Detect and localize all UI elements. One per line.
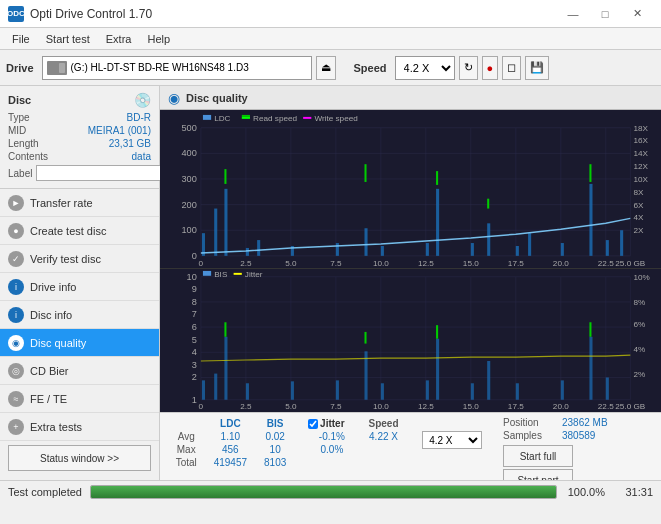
drive-selector[interactable]: (G:) HL-DT-ST BD-RE WH16NS48 1.D3 [42,56,312,80]
nav-disc-quality-label: Disc quality [30,337,86,349]
contents-value: data [132,151,151,162]
svg-rect-70 [224,169,226,184]
disc-info-icon: i [8,307,24,323]
toolbar: Drive (G:) HL-DT-ST BD-RE WH16NS48 1.D3 … [0,50,661,86]
nav-drive-info[interactable]: i Drive info [0,273,159,301]
nav-create-test-disc[interactable]: ● Create test disc [0,217,159,245]
svg-rect-46 [242,115,250,117]
svg-rect-141 [436,325,438,339]
position-label: Position [503,417,558,428]
maximize-button[interactable]: □ [589,4,621,24]
menu-start-test[interactable]: Start test [38,31,98,47]
svg-rect-61 [436,189,439,256]
svg-rect-54 [246,248,249,256]
nav-transfer-rate[interactable]: ► Transfer rate [0,189,159,217]
disc-button[interactable]: ● [482,56,499,80]
speed-dropdown[interactable]: 4.2 X [422,431,482,449]
avg-jitter: -0.1% [304,430,360,443]
nav-fe-te[interactable]: ≈ FE / TE [0,385,159,413]
menu-extra[interactable]: Extra [98,31,140,47]
erase-button[interactable]: ◻ [502,56,521,80]
svg-rect-131 [426,380,429,399]
svg-text:3: 3 [192,360,197,370]
progress-text: 100.0% [565,486,605,498]
svg-text:8%: 8% [633,298,645,307]
bis-header: BIS [256,417,294,430]
speed-header: Speed [360,417,408,430]
svg-rect-124 [214,373,217,399]
svg-rect-72 [436,171,438,185]
nav-verify-test-disc-label: Verify test disc [30,253,101,265]
label-input[interactable] [36,165,169,181]
menu-file[interactable]: File [4,31,38,47]
disc-quality-icon: ◉ [8,335,24,351]
refresh-button[interactable]: ↻ [459,56,478,80]
svg-text:200: 200 [181,200,196,210]
speed-value: 4.22 X [360,430,408,443]
svg-rect-65 [528,233,531,256]
nav-fe-te-label: FE / TE [30,393,67,405]
svg-text:2.5: 2.5 [240,402,252,411]
svg-text:0: 0 [199,402,204,411]
svg-text:2.5: 2.5 [240,259,252,268]
max-label: Max [168,443,204,456]
svg-text:17.5: 17.5 [508,402,524,411]
svg-rect-132 [436,338,439,399]
svg-text:5.0: 5.0 [285,402,297,411]
svg-rect-62 [471,243,474,256]
svg-rect-67 [589,184,592,256]
nav-items: ► Transfer rate ● Create test disc ✓ Ver… [0,189,159,441]
status-window-button[interactable]: Status window >> [8,445,151,471]
menu-help[interactable]: Help [139,31,178,47]
progress-bar-fill [91,486,556,498]
title-bar: ODC Opti Drive Control 1.70 — □ ✕ [0,0,661,28]
app-title: Opti Drive Control 1.70 [30,7,152,21]
max-ldc: 456 [204,443,256,456]
close-button[interactable]: ✕ [621,4,653,24]
svg-rect-64 [516,246,519,256]
fe-te-icon: ≈ [8,391,24,407]
jitter-checkbox[interactable] [308,419,318,429]
svg-rect-119 [203,271,211,276]
minimize-button[interactable]: — [557,4,589,24]
nav-disc-quality[interactable]: ◉ Disc quality [0,329,159,357]
svg-rect-63 [487,223,490,256]
quality-header-title: Disc quality [186,92,248,104]
svg-rect-128 [336,380,339,399]
svg-text:Jitter: Jitter [245,270,263,279]
avg-bis: 0.02 [256,430,294,443]
nav-cd-bier-label: CD Bier [30,365,69,377]
samples-label: Samples [503,430,558,441]
app-icon: ODC [8,6,24,22]
svg-text:12.5: 12.5 [418,259,434,268]
max-jitter: 0.0% [304,443,360,456]
svg-rect-125 [224,336,227,399]
svg-rect-139 [224,322,226,337]
svg-text:12X: 12X [633,162,648,171]
start-part-button[interactable]: Start part [503,469,573,480]
stats-bar: LDC BIS Jitter Speed [160,412,661,480]
nav-verify-test-disc[interactable]: ✓ Verify test disc [0,245,159,273]
disc-panel-icon: 💿 [134,92,151,108]
type-value: BD-R [127,112,151,123]
svg-text:25.0 GB: 25.0 GB [615,259,645,268]
nav-disc-info[interactable]: i Disc info [0,301,159,329]
nav-cd-bier[interactable]: ◎ CD Bier [0,357,159,385]
svg-rect-73 [487,199,489,209]
transfer-rate-icon: ► [8,195,24,211]
bottom-chart-svg: 10 9 8 7 6 5 4 3 2 1 10% 8% [160,269,661,412]
svg-rect-58 [364,228,367,256]
svg-text:6: 6 [192,322,197,332]
svg-text:6X: 6X [633,201,644,210]
nav-create-test-disc-label: Create test disc [30,225,106,237]
svg-rect-133 [471,383,474,399]
svg-text:4: 4 [192,347,197,357]
svg-text:Read speed: Read speed [253,114,297,123]
speed-select[interactable]: 4.2 X [395,56,455,80]
eject-button[interactable]: ⏏ [316,56,336,80]
svg-rect-135 [516,383,519,399]
start-full-button[interactable]: Start full [503,445,573,467]
svg-text:15.0: 15.0 [463,259,479,268]
nav-extra-tests[interactable]: + Extra tests [0,413,159,441]
save-button[interactable]: 💾 [525,56,549,80]
